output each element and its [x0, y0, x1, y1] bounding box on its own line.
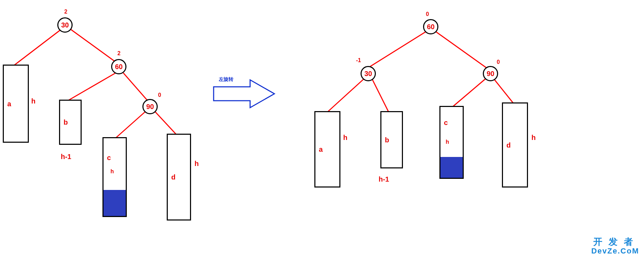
subtree-label: d: [506, 141, 511, 149]
right-subtree-b: b: [380, 111, 403, 168]
svg-line-1: [69, 28, 116, 63]
svg-line-5: [155, 111, 177, 135]
height-label-b: h-1: [61, 153, 71, 161]
height-label-d2: h: [531, 134, 536, 142]
watermark: 开发者 DevZe.CoM: [591, 237, 639, 255]
subtree-label: b: [385, 136, 389, 144]
watermark-line2: DevZe.CoM: [591, 247, 639, 255]
svg-line-0: [13, 28, 63, 66]
height-label-c: h: [110, 168, 114, 175]
subtree-label: c: [107, 154, 111, 162]
left-node-90: 90: [142, 99, 158, 114]
left-node-30: 30: [57, 17, 73, 33]
height-label-a2: h: [343, 134, 347, 142]
svg-line-2: [68, 73, 116, 101]
subtree-label: d: [171, 173, 175, 181]
right-node-30: 30: [361, 66, 376, 81]
svg-line-9: [372, 78, 389, 113]
right-balance-90: 0: [497, 59, 500, 65]
node-value: 30: [364, 70, 372, 78]
node-value: 90: [146, 103, 154, 111]
right-subtree-c: c: [439, 106, 464, 179]
left-subtree-a: a: [3, 65, 29, 143]
subtree-label: a: [319, 145, 323, 153]
right-balance-30: -1: [356, 57, 361, 64]
svg-line-3: [123, 73, 148, 101]
fill-marker: [104, 190, 126, 216]
left-subtree-d: d: [167, 134, 191, 220]
svg-line-10: [452, 78, 486, 108]
subtree-label: c: [444, 118, 448, 126]
height-label-b2: h-1: [379, 175, 389, 183]
right-balance-60: 0: [426, 11, 429, 17]
right-subtree-d: d: [502, 102, 528, 188]
diagram-stage: { "operation_label": "左旋转", "watermark":…: [0, 0, 644, 258]
right-subtree-a: a: [314, 111, 340, 188]
node-value: 90: [487, 70, 494, 78]
svg-line-7: [435, 31, 486, 68]
height-label-c2: h: [446, 139, 449, 145]
left-balance-90: 0: [158, 92, 161, 98]
subtree-label: b: [64, 118, 68, 126]
left-subtree-c: c: [102, 137, 127, 217]
right-node-60: 60: [423, 19, 438, 34]
rotation-label: 左旋转: [219, 76, 233, 83]
svg-line-4: [115, 111, 146, 139]
left-subtree-b: b: [59, 100, 82, 145]
height-label-a: h: [31, 97, 35, 105]
left-node-60: 60: [111, 59, 126, 74]
height-label-d: h: [195, 160, 199, 168]
right-node-90: 90: [483, 66, 498, 81]
fill-marker: [440, 157, 463, 178]
node-value: 60: [115, 63, 123, 71]
left-balance-60: 2: [117, 50, 121, 57]
left-balance-30: 2: [64, 9, 67, 15]
node-value: 30: [61, 21, 69, 29]
subtree-label: a: [7, 100, 11, 108]
watermark-line1: 开发者: [591, 237, 639, 247]
svg-line-6: [368, 31, 427, 68]
node-value: 60: [427, 23, 435, 31]
svg-line-8: [327, 78, 365, 113]
svg-line-11: [493, 78, 514, 104]
